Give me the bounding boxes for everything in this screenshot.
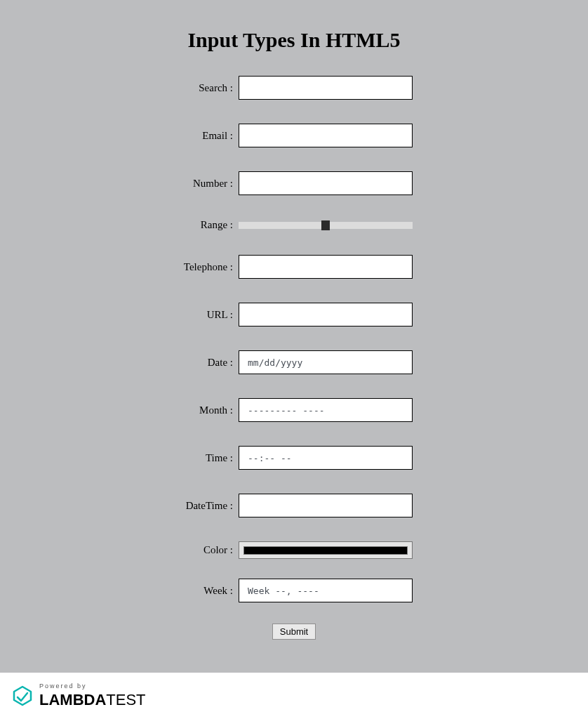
form-container: Input Types In HTML5 Search : Email : Nu… [0, 0, 588, 673]
number-row: Number : [42, 171, 546, 195]
url-label: URL : [175, 309, 239, 321]
range-label: Range : [175, 219, 239, 231]
color-input[interactable] [239, 541, 413, 559]
submit-row: Submit [42, 624, 546, 640]
week-row: Week : Week --, ---- [42, 579, 546, 602]
week-label: Week : [175, 585, 239, 597]
range-input[interactable] [239, 222, 413, 229]
date-label: Date : [175, 357, 239, 369]
range-row: Range : [42, 219, 546, 231]
month-row: Month : --------- ---- [42, 398, 546, 422]
search-input[interactable] [239, 76, 413, 100]
telephone-input[interactable] [239, 255, 413, 279]
number-input[interactable] [239, 171, 413, 195]
month-label: Month : [175, 404, 239, 416]
brand-light: TEST [106, 691, 145, 708]
datetime-row: DateTime : [42, 494, 546, 517]
email-row: Email : [42, 124, 546, 147]
date-row: Date : mm/dd/yyyy [42, 350, 546, 374]
brand-bold: LAMBDA [39, 691, 106, 708]
range-track [239, 222, 413, 229]
brand-row: Powered by LAMBDATEST [11, 682, 146, 709]
telephone-label: Telephone : [175, 261, 239, 273]
date-input[interactable]: mm/dd/yyyy [239, 350, 413, 374]
month-input[interactable]: --------- ---- [239, 398, 413, 422]
footer: Powered by LAMBDATEST [0, 673, 588, 719]
email-label: Email : [175, 130, 239, 142]
powered-by-label: Powered by [39, 682, 146, 690]
submit-button[interactable]: Submit [272, 624, 316, 640]
email-input[interactable] [239, 124, 413, 147]
search-row: Search : [42, 76, 546, 100]
datetime-input[interactable] [239, 494, 413, 517]
brand-name: LAMBDATEST [39, 691, 146, 709]
url-input[interactable] [239, 303, 413, 326]
lambdatest-logo-icon [11, 685, 34, 707]
search-label: Search : [175, 82, 239, 94]
week-input[interactable]: Week --, ---- [239, 579, 413, 602]
time-input[interactable]: --:-- -- [239, 446, 413, 470]
footer-text-block: Powered by LAMBDATEST [39, 682, 146, 709]
page-title: Input Types In HTML5 [42, 28, 546, 52]
datetime-label: DateTime : [175, 500, 239, 512]
telephone-row: Telephone : [42, 255, 546, 279]
color-swatch [243, 546, 408, 555]
time-row: Time : --:-- -- [42, 446, 546, 470]
time-label: Time : [175, 452, 239, 464]
url-row: URL : [42, 303, 546, 326]
color-row: Color : [42, 541, 546, 559]
range-thumb[interactable] [321, 220, 330, 230]
number-label: Number : [175, 178, 239, 190]
color-label: Color : [175, 544, 239, 556]
